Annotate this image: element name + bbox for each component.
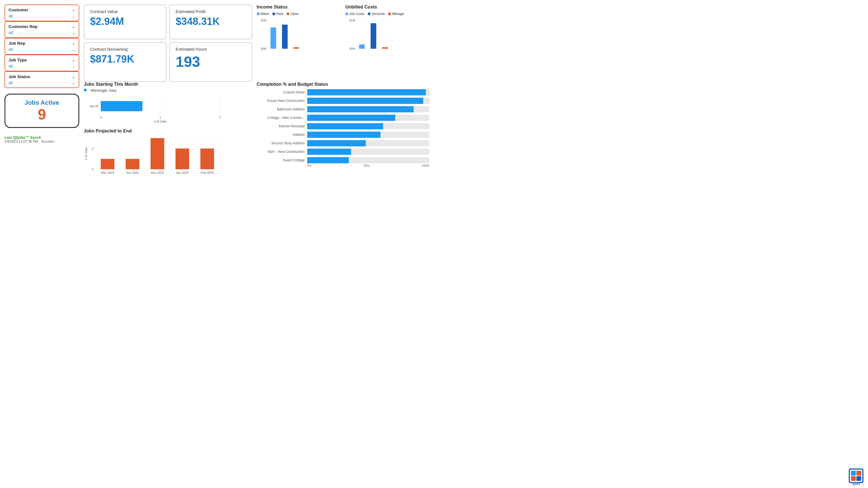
chevron-down-icon: ⌄ <box>72 58 75 62</box>
completion-label: Custom Home <box>257 90 305 94</box>
metric-value-0: $2.94M <box>90 16 160 27</box>
axis-0pct: 0% <box>307 164 312 167</box>
completion-axis: 0% 50% 100% <box>257 164 430 167</box>
chevron-down-icon-2: ⌄ <box>72 14 75 19</box>
completion-label: Cottage - New Constru... <box>257 116 305 120</box>
filter-label: Job Rep ⌄ <box>8 41 75 45</box>
svg-text:0: 0 <box>92 167 93 171</box>
completion-track <box>307 149 430 155</box>
chevron-down-icon: ⌄ <box>72 8 75 12</box>
chevron-down-icon: ⌄ <box>72 41 75 45</box>
svg-text:Jan 05: Jan 05 <box>89 104 98 108</box>
completion-row: Guest Cottage <box>257 157 430 163</box>
completion-fill <box>307 157 349 163</box>
svg-rect-38 <box>176 149 189 169</box>
svg-text:Dec 2022: Dec 2022 <box>151 171 164 174</box>
svg-text:Jan 2023: Jan 2023 <box>176 171 189 174</box>
jobs-active-value: 9 <box>38 106 46 123</box>
svg-rect-6 <box>282 25 288 49</box>
completion-chart: Custom Home House-New Construction Bathr… <box>257 89 430 163</box>
metric-title-2: Contract Remaining <box>90 47 160 52</box>
income-legend: BilledPaidOpen <box>257 12 341 16</box>
metric-title-0: Contract Value <box>90 9 160 14</box>
sync-detail: 1/9/2023 11:07:36 PM - Success ; <box>4 140 79 144</box>
filter-label: Customer Rep ⌄ <box>8 24 75 29</box>
completion-fill <box>307 132 381 138</box>
completion-row: Cottage - New Constru... <box>257 115 430 121</box>
svg-text:Feb 2023: Feb 2023 <box>201 171 214 174</box>
jobs-starting-legend: Wiessinger, Gary <box>84 89 252 93</box>
filter-value[interactable]: All ⌄ <box>8 81 75 85</box>
completion-track <box>307 132 430 138</box>
legend-dot <box>388 12 391 15</box>
jobs-active-card: Jobs Active 9 <box>4 94 79 128</box>
filter-box-customer[interactable]: Customer ⌄ All ⌄ <box>4 4 79 21</box>
svg-text:$2M: $2M <box>261 19 266 22</box>
metric-title-3: Estimated Hours <box>176 47 246 52</box>
unbilled-legend-item: Mileage <box>388 12 404 16</box>
completion-row: Addition <box>257 132 430 138</box>
completion-fill <box>307 115 395 121</box>
svg-rect-32 <box>101 159 114 170</box>
filter-box-job-type[interactable]: Job Type ⌄ All ⌄ <box>4 55 79 71</box>
chevron-down-icon: ⌄ <box>72 74 75 79</box>
filter-box-job-rep[interactable]: Job Rep ⌄ All ⌄ <box>4 38 79 55</box>
svg-text:2: 2 <box>219 116 221 119</box>
svg-rect-14 <box>371 23 376 49</box>
completion-track <box>307 89 430 95</box>
legend-dot <box>345 12 348 15</box>
completion-fill <box>307 106 414 112</box>
filter-value[interactable]: All ⌄ <box>8 31 75 35</box>
chevron-down-icon-2: ⌄ <box>72 64 75 68</box>
completion-track <box>307 98 430 104</box>
filter-label: Customer ⌄ <box>8 7 75 12</box>
chevron-down-icon-2: ⌄ <box>72 81 75 85</box>
filter-box-job-status[interactable]: Job Status ⌄ All ⌄ <box>4 71 79 88</box>
metric-value-2: $871.79K <box>90 53 160 65</box>
metric-title-1: Estimated Profit <box>176 9 246 14</box>
completion-label: House-New Construction <box>257 99 305 103</box>
svg-text:$1M: $1M <box>349 19 355 22</box>
legend-dot <box>368 12 371 15</box>
completion-label: Second Story Addition <box>257 141 305 145</box>
jobs-active-label: Jobs Active <box>25 99 59 106</box>
svg-rect-23 <box>101 101 143 111</box>
metric-card-3: Estimated Hours 193 <box>169 42 252 82</box>
metric-card-2: Contract Remaining $871.79K <box>84 42 166 82</box>
chevron-down-icon: ⌄ <box>72 24 75 29</box>
completion-track <box>307 106 430 112</box>
completion-row: Second Story Addition <box>257 140 430 146</box>
income-legend-item: Open <box>286 12 299 16</box>
svg-text:$0M: $0M <box>261 47 266 51</box>
filter-value[interactable]: All ⌄ <box>8 64 75 68</box>
legend-dot <box>272 12 275 15</box>
metric-value-3: 193 <box>176 53 246 70</box>
svg-text:0: 0 <box>100 116 102 119</box>
jobs-projected-chart: Jobs Projected to End 02# of JobsMar 202… <box>84 128 252 181</box>
svg-text:$0M: $0M <box>349 47 355 51</box>
unbilled-chart: $1M$0M <box>345 18 430 54</box>
completion-fill <box>307 149 351 155</box>
svg-rect-7 <box>293 47 299 49</box>
completion-label: Bathroom Addition <box>257 107 305 111</box>
completion-title: Completion % and Budget Status <box>257 82 430 87</box>
completion-fill <box>307 140 366 146</box>
charts-col: Jobs Starting This Month Wiessinger, Gar… <box>84 82 257 225</box>
completion-fill <box>307 123 383 129</box>
jobs-projected-title: Jobs Projected to End <box>84 128 252 133</box>
filter-box-customer-rep[interactable]: Customer Rep ⌄ All ⌄ <box>4 21 79 38</box>
svg-rect-40 <box>200 149 214 169</box>
jobs-starting-legend-dot <box>84 89 87 91</box>
chevron-down-icon-2: ⌄ <box>72 47 75 52</box>
sidebar: Customer ⌄ All ⌄ Customer Rep ⌄ All ⌄ Jo… <box>4 4 84 240</box>
completion-row: Kitchen Remodel <box>257 123 430 129</box>
filter-value[interactable]: All ⌄ <box>8 47 75 52</box>
unbilled-legend-item: Job Costs <box>345 12 364 16</box>
axis-50pct: 50% <box>364 164 370 167</box>
legend-dot <box>286 12 289 15</box>
right-top: Income Status BilledPaidOpen $2M$0M Unbi… <box>257 4 430 82</box>
completion-label: Kitchen Remodel <box>257 124 305 128</box>
completion-row: Barn - New Construction <box>257 149 430 155</box>
svg-text:# of Jobs: # of Jobs <box>84 147 88 160</box>
filter-value[interactable]: All ⌄ <box>8 14 75 19</box>
